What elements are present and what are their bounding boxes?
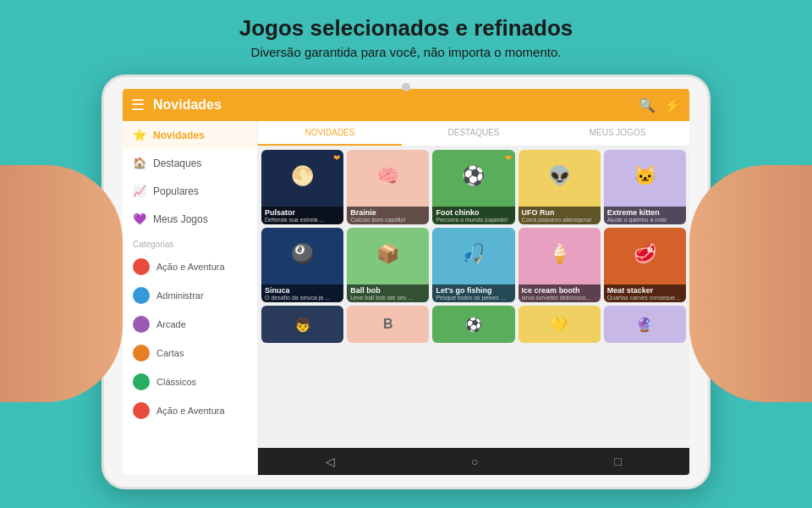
sinuca-name: Sinuca: [265, 286, 340, 295]
extremekitten-desc: Ajude o gatinho a rolar: [607, 217, 683, 223]
hero-title: Jogos selecionados e refinados: [0, 15, 812, 41]
header-icons: 🔍 ⚡: [639, 97, 681, 113]
letsgofishing-name: Let's go fishing: [436, 286, 511, 295]
game-meat-stacker[interactable]: 🥩 Meat stacker Quartas carnes consegue..…: [604, 228, 686, 302]
category-administrar[interactable]: Administrar: [123, 281, 257, 310]
category-acao-aventura-1[interactable]: Ação e Aventura: [123, 252, 257, 281]
hand-right: [689, 165, 812, 402]
sidebar-item-meusjogos-label: Meus Jogos: [153, 213, 208, 225]
category-icon-arcade: [133, 316, 150, 333]
category-label-cartas: Cartas: [156, 348, 184, 358]
uforun-desc: Corra pequeno alienígena!: [522, 217, 597, 223]
meusjogos-icon: 💜: [133, 213, 146, 225]
sinuca-desc: O desafio da sinuca já ...: [265, 295, 340, 301]
nav-home-button[interactable]: ○: [471, 455, 478, 468]
hamburger-icon[interactable]: ☰: [131, 96, 145, 114]
category-icon-admin: [133, 287, 150, 304]
flash-icon[interactable]: ⚡: [664, 97, 681, 113]
tab-novidades[interactable]: NOVIDADES: [258, 121, 402, 146]
populares-icon: 📈: [133, 185, 146, 197]
app-header-title: Novidades: [153, 97, 639, 113]
category-icon-classicos: [133, 373, 150, 390]
category-acao-aventura-2[interactable]: Ação e Aventura: [123, 396, 257, 425]
letsgofishing-desc: Pesque todos os peixes ...: [436, 295, 511, 301]
game-ball-bob[interactable]: 📦 Ball bob Leve ball bob até seu ...: [347, 228, 429, 302]
extremekitten-name: Extreme kitten: [607, 208, 683, 217]
categories-header: Categorias: [123, 233, 257, 252]
category-icon-cartas: [133, 345, 150, 362]
category-label-acao2: Ação e Aventura: [156, 406, 225, 416]
game-partial-4[interactable]: 💛: [518, 306, 601, 343]
game-extreme-kitten[interactable]: 🐱 Extreme kitten Ajude o gatinho a rolar: [604, 150, 686, 224]
search-icon[interactable]: 🔍: [639, 97, 656, 113]
game-ice-cream-booth[interactable]: 🍦 Ice cream booth sirva sorvetes delicio…: [518, 228, 601, 302]
nav-back-button[interactable]: ◁: [326, 455, 335, 468]
pulsator-name: Pulsator: [265, 208, 340, 217]
game-partial-1[interactable]: 👦: [261, 306, 343, 343]
meatstacker-name: Meat stacker: [607, 286, 683, 295]
footchinko-desc: Percorra o mundo jogando!: [436, 217, 511, 223]
tablet-frame: ☰ Novidades 🔍 ⚡ ⭐ Novidades 🏠 Destaques: [102, 75, 710, 489]
tabs-bar: NOVIDADES DESTAQUES MEUS JOGOS: [258, 121, 689, 146]
tab-destaques[interactable]: DESTAQUES: [402, 121, 546, 146]
tab-meusjogos[interactable]: MEUS JOGOS: [546, 121, 689, 146]
category-classicos[interactable]: Clássicos: [123, 367, 257, 396]
category-icon-acao1: [133, 258, 150, 275]
game-partial-5[interactable]: 🔮: [604, 306, 686, 343]
game-ufo-run[interactable]: 👽 UFO Run Corra pequeno alienígena!: [518, 150, 601, 224]
games-row-2: 🎱 Sinuca O desafio da sinuca já ... 📦 Ba…: [261, 228, 686, 302]
footchinko-name: Foot chinko: [436, 208, 511, 217]
category-label-admin: Administrar: [156, 290, 204, 301]
destaques-icon: 🏠: [133, 157, 146, 169]
ballbob-name: Ball bob: [350, 286, 425, 295]
category-cartas[interactable]: Cartas: [123, 339, 257, 367]
sidebar-item-novidades[interactable]: ⭐ Novidades: [123, 121, 257, 149]
game-partial-3[interactable]: ⚽: [432, 306, 514, 343]
brainie-name: Brainie: [350, 208, 425, 217]
meatstacker-desc: Quartas carnes consegue...: [607, 295, 683, 301]
app-header: ☰ Novidades 🔍 ⚡: [123, 89, 689, 121]
game-foot-chinko[interactable]: ⚽ Foot chinko Percorra o mundo jogando! …: [432, 150, 514, 224]
category-label-arcade: Arcade: [156, 319, 186, 329]
sidebar-item-destaques-label: Destaques: [153, 157, 201, 169]
nav-recent-button[interactable]: □: [614, 455, 621, 468]
icecreambooth-name: Ice cream booth: [522, 286, 597, 295]
hero-section: Jogos selecionados e refinados Diversão …: [0, 0, 812, 59]
game-partial-2[interactable]: B: [347, 306, 429, 343]
android-nav-bar: ◁ ○ □: [258, 448, 689, 475]
uforun-name: UFO Run: [522, 208, 597, 217]
sidebar: ⭐ Novidades 🏠 Destaques 📈 Populares 💜 Me…: [123, 121, 258, 475]
hero-subtitle: Diversão garantida para você, não import…: [0, 45, 812, 59]
sidebar-item-novidades-label: Novidades: [153, 130, 205, 141]
games-row-1: 🌕 Pulsator Defenda sua estrela ... ❤ 🧠 B…: [261, 150, 686, 224]
pulsator-desc: Defenda sua estrela ...: [265, 217, 340, 223]
sidebar-item-populares-label: Populares: [153, 185, 199, 197]
category-label-acao1: Ação e Aventura: [156, 262, 225, 272]
category-icon-acao2: [133, 402, 150, 419]
game-lets-go-fishing[interactable]: 🎣 Let's go fishing Pesque todos os peixe…: [432, 228, 514, 302]
game-brainie[interactable]: 🧠 Brainie Calcule bom capitão!: [347, 150, 429, 224]
main-content: NOVIDADES DESTAQUES MEUS JOGOS 🌕 Pulsato…: [258, 121, 689, 475]
tablet-camera: [402, 83, 410, 91]
game-sinuca[interactable]: 🎱 Sinuca O desafio da sinuca já ...: [261, 228, 343, 302]
games-area: 🌕 Pulsator Defenda sua estrela ... ❤ 🧠 B…: [258, 146, 689, 448]
ballbob-desc: Leve ball bob até seu ...: [350, 295, 425, 301]
game-pulsator[interactable]: 🌕 Pulsator Defenda sua estrela ... ❤: [261, 150, 343, 224]
sidebar-item-populares[interactable]: 📈 Populares: [123, 177, 257, 205]
sidebar-item-destaques[interactable]: 🏠 Destaques: [123, 149, 257, 177]
icecreambooth-desc: sirva sorvetes deliciosos...: [522, 295, 597, 301]
category-label-classicos: Clássicos: [156, 377, 196, 387]
category-arcade[interactable]: Arcade: [123, 310, 257, 339]
games-row-3: 👦 B ⚽ 💛 🔮: [261, 306, 686, 343]
app-body: ⭐ Novidades 🏠 Destaques 📈 Populares 💜 Me…: [123, 121, 689, 475]
brainie-desc: Calcule bom capitão!: [350, 217, 425, 223]
sidebar-item-meusjogos[interactable]: 💜 Meus Jogos: [123, 205, 257, 233]
novidades-icon: ⭐: [133, 129, 146, 141]
hand-left: [0, 165, 123, 402]
tablet-screen: ☰ Novidades 🔍 ⚡ ⭐ Novidades 🏠 Destaques: [123, 89, 689, 475]
